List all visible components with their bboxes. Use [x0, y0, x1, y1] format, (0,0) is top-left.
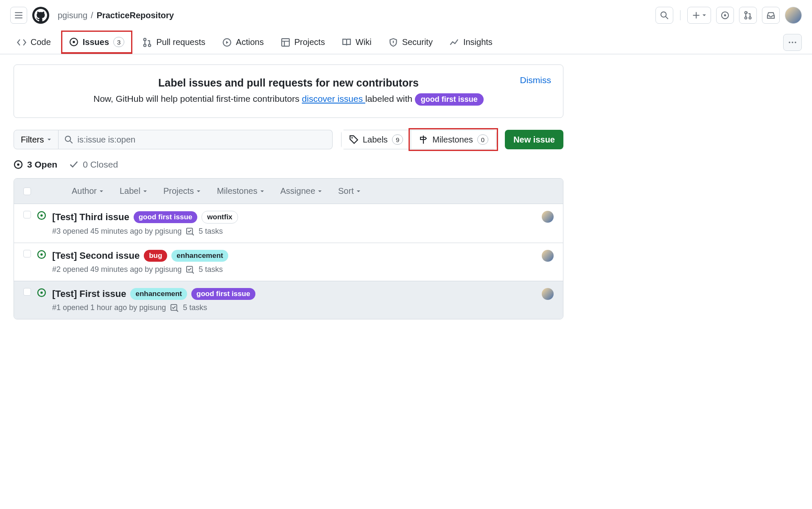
svg-point-2 [724, 14, 726, 17]
breadcrumb-owner[interactable]: pgisung [58, 11, 87, 20]
graph-icon [450, 38, 459, 47]
issue-meta: #2 opened 49 minutes ago by pgisung 5 ta… [52, 265, 536, 274]
nav-more-button[interactable] [783, 34, 802, 51]
nav-wiki[interactable]: Wiki [335, 32, 378, 52]
issue-title[interactable]: [Test] First issue [52, 288, 126, 299]
open-issues-filter[interactable]: 3 Open [14, 159, 57, 170]
labels-label: Labels [363, 135, 388, 145]
hamburger-menu[interactable] [10, 7, 27, 24]
issue-label[interactable]: good first issue [191, 288, 255, 300]
closed-issues-filter[interactable]: 0 Closed [69, 159, 118, 170]
labels-button[interactable]: Labels 9 [342, 130, 411, 149]
labels-count: 9 [392, 134, 403, 145]
pull-request-icon [744, 11, 752, 20]
th-sort[interactable]: Sort [338, 186, 361, 196]
github-icon [34, 9, 47, 22]
issue-row[interactable]: [Test] First issue enhancementgood first… [14, 281, 563, 319]
svg-point-17 [351, 137, 353, 138]
nav-code-label: Code [31, 37, 51, 47]
issue-label[interactable]: enhancement [130, 288, 187, 300]
caret-down-icon [356, 190, 361, 193]
milestones-button[interactable]: Milestones 0 [411, 130, 496, 149]
th-author[interactable]: Author [72, 186, 104, 196]
issue-label[interactable]: enhancement [171, 250, 228, 262]
breadcrumb-repo[interactable]: PracticeRepository [97, 11, 174, 20]
user-avatar[interactable] [785, 7, 802, 24]
svg-point-8 [144, 38, 146, 41]
code-icon [17, 38, 26, 47]
svg-point-19 [17, 163, 20, 166]
assignee-avatar[interactable] [542, 288, 554, 300]
new-issue-button[interactable]: New issue [505, 130, 563, 149]
create-new-button[interactable] [687, 7, 711, 24]
caret-down-icon [260, 190, 264, 193]
project-icon [281, 38, 290, 47]
issue-meta: #1 opened 1 hour ago by pgisung 5 tasks [52, 303, 536, 312]
svg-point-10 [148, 44, 151, 47]
caret-down-icon [196, 190, 201, 193]
issue-checkbox[interactable] [23, 288, 31, 296]
issue-open-icon [37, 211, 46, 220]
issue-label[interactable]: wontfix [202, 211, 238, 224]
caret-down-icon [99, 190, 104, 193]
nav-wiki-label: Wiki [356, 37, 372, 47]
issue-checkbox[interactable] [23, 250, 31, 257]
svg-point-7 [73, 41, 75, 43]
issue-open-icon [37, 250, 46, 259]
check-icon [69, 160, 78, 169]
milestones-label: Milestones [432, 135, 473, 145]
th-assignee[interactable]: Assignee [280, 186, 322, 196]
assignee-avatar[interactable] [542, 211, 554, 223]
th-label[interactable]: Label [120, 186, 147, 196]
banner-text: Now, GitHub will help potential first-ti… [28, 93, 549, 106]
pull-requests-button[interactable] [739, 7, 757, 24]
issues-button[interactable] [716, 7, 734, 24]
assignee-avatar[interactable] [542, 250, 554, 262]
milestones-count: 0 [477, 134, 488, 145]
search-button[interactable] [655, 7, 673, 24]
issue-row[interactable]: [Test] Third issue good first issuewontf… [14, 204, 563, 243]
search-input-container[interactable] [59, 130, 332, 149]
nav-projects[interactable]: Projects [274, 32, 332, 52]
menu-icon [14, 11, 23, 20]
tasklist-icon [186, 227, 194, 236]
table-header: Author Label Projects Milestones Assigne… [14, 179, 563, 204]
dismiss-button[interactable]: Dismiss [520, 75, 552, 85]
svg-point-9 [144, 44, 146, 47]
issue-open-icon [14, 160, 23, 169]
nav-projects-label: Projects [294, 37, 325, 47]
nav-code[interactable]: Code [10, 32, 58, 52]
search-icon [660, 11, 669, 20]
issue-checkbox[interactable] [23, 211, 31, 218]
milestone-icon [419, 135, 428, 144]
discover-issues-link[interactable]: discover issues [302, 94, 365, 103]
nav-issues[interactable]: Issues 3 [61, 31, 133, 54]
issue-title[interactable]: [Test] Third issue [52, 212, 129, 223]
th-milestones[interactable]: Milestones [217, 186, 264, 196]
issue-label[interactable]: good first issue [134, 211, 198, 223]
th-projects[interactable]: Projects [163, 186, 201, 196]
kebab-icon [788, 41, 797, 44]
inbox-icon [767, 11, 775, 20]
inbox-button[interactable] [762, 7, 780, 24]
issue-label[interactable]: bug [144, 250, 167, 262]
closed-count-label: 0 Closed [83, 159, 118, 170]
nav-actions[interactable]: Actions [216, 32, 271, 52]
nav-pull-requests[interactable]: Pull requests [136, 32, 212, 52]
caret-down-icon [143, 190, 147, 193]
filters-button[interactable]: Filters [14, 130, 59, 149]
nav-security[interactable]: Security [382, 32, 440, 52]
svg-point-27 [40, 291, 43, 294]
svg-rect-12 [282, 39, 289, 46]
svg-point-24 [40, 253, 43, 256]
open-count-label: 3 Open [27, 159, 57, 170]
divider [680, 10, 680, 20]
github-logo[interactable] [32, 7, 49, 24]
nav-insights[interactable]: Insights [443, 32, 499, 52]
pull-request-icon [143, 38, 152, 47]
issue-title[interactable]: [Test] Second issue [52, 250, 140, 261]
issue-row[interactable]: [Test] Second issue bugenhancement #2 op… [14, 243, 563, 281]
search-input[interactable] [77, 135, 326, 145]
plus-icon [692, 11, 700, 20]
select-all-checkbox[interactable] [23, 187, 31, 195]
